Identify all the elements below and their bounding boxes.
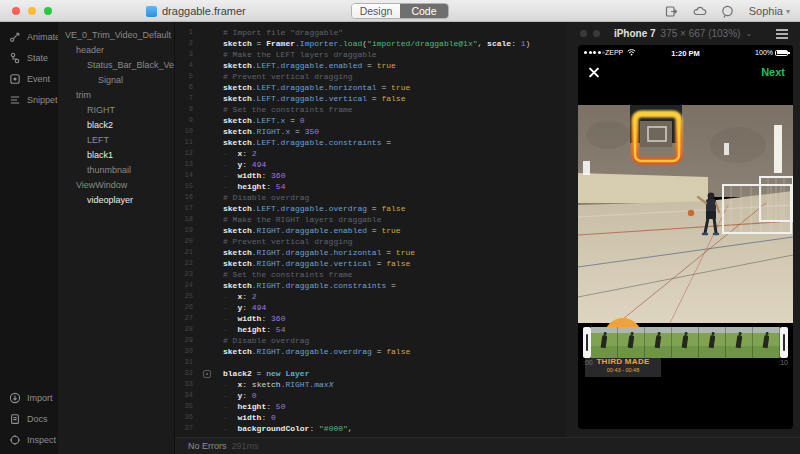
code-line-36[interactable]: 36- width: 0: [175, 412, 566, 423]
line-number: 15: [175, 181, 193, 192]
close-window-button[interactable]: [12, 7, 20, 15]
rail-item-event[interactable]: Event: [0, 68, 58, 89]
trim-handle-left[interactable]: [583, 327, 591, 358]
layer-item-videoplayer[interactable]: videoplayer: [58, 193, 174, 208]
layer-item-left[interactable]: LEFT: [58, 133, 174, 148]
close-icon[interactable]: [587, 66, 600, 79]
code-line-14[interactable]: 14- width: 360: [175, 170, 566, 181]
code-line-29[interactable]: 29# Disable overdrag: [175, 335, 566, 346]
line-number: 1: [175, 27, 193, 38]
account-menu[interactable]: Sophia ▾: [749, 5, 790, 17]
film-frame: [753, 327, 780, 358]
code-line-7[interactable]: 7sketch.LEFT.draggable.vertical = false: [175, 93, 566, 104]
layer-item-viewwindow[interactable]: ViewWindow: [58, 178, 174, 193]
layer-item-ve-0-trim-video-default[interactable]: VE_0_Trim_Video_Default: [58, 28, 174, 43]
filmstrip-frames[interactable]: [591, 327, 780, 358]
rail-item-docs[interactable]: Docs: [0, 408, 58, 429]
code-line-34[interactable]: 34- y: 0: [175, 390, 566, 401]
preview-menu-icon[interactable]: [776, 29, 788, 41]
layer-item-status-bar-black-verti-[interactable]: Status_Bar_Black_Verti…: [58, 58, 174, 73]
signal-dots-icon: [584, 51, 605, 54]
code-line-8[interactable]: 8# Set the constraints frame: [175, 104, 566, 115]
carrier-label: ZEPP: [605, 49, 623, 56]
code-line-37[interactable]: 37- backgroundColor: "#000",: [175, 423, 566, 434]
preview-header: iPhone 7 375 × 667 (103%) ⌄: [566, 22, 800, 45]
code-line-4[interactable]: 4sketch.LEFT.draggable.enabled = true: [175, 60, 566, 71]
window-controls: [12, 7, 52, 15]
feedback-icon[interactable]: [721, 4, 735, 18]
code-line-16[interactable]: 16# Disable overdrag: [175, 192, 566, 203]
code-line-27[interactable]: 27- width: 360: [175, 313, 566, 324]
rail-item-inspect[interactable]: Inspect: [0, 429, 58, 450]
preview-dot-icon[interactable]: [593, 30, 600, 37]
mirror-icon[interactable]: [665, 4, 679, 18]
code-line-13[interactable]: 13- y: 494: [175, 159, 566, 170]
video-frame[interactable]: 48S THIRD MADE 00:43 - 00:48: [578, 105, 793, 323]
zoom-window-button[interactable]: [44, 7, 52, 15]
code-line-10[interactable]: 10sketch.RIGHT.x = 350: [175, 126, 566, 137]
device-selector[interactable]: iPhone 7 375 × 667 (103%) ⌄: [614, 28, 752, 39]
code-line-20[interactable]: 20# Prevent vertical dragging: [175, 236, 566, 247]
layer-item-header[interactable]: header: [58, 43, 174, 58]
code-line-12[interactable]: 12- x: 2: [175, 148, 566, 159]
layer-item-trim[interactable]: trim: [58, 88, 174, 103]
code-line-21[interactable]: 21sketch.RIGHT.draggable.horizontal = tr…: [175, 247, 566, 258]
cloud-share-icon[interactable]: [693, 4, 707, 18]
rail-item-animate[interactable]: Animate: [0, 26, 58, 47]
code-line-33[interactable]: 33- x: sketch.RIGHT.maxX: [175, 379, 566, 390]
code-line-31[interactable]: 31: [175, 357, 566, 368]
code-line-5[interactable]: 5# Prevent vertical dragging: [175, 71, 566, 82]
device-name: iPhone 7: [614, 28, 656, 39]
code-line-1[interactable]: 1# Import file "draggable": [175, 27, 566, 38]
code-line-17[interactable]: 17sketch.LEFT.draggable.overdrag = false: [175, 203, 566, 214]
line-number: 34: [175, 390, 193, 401]
code-line-19[interactable]: 19sketch.RIGHT.draggable.enabled = true: [175, 225, 566, 236]
line-number: 21: [175, 247, 193, 258]
code-line-3[interactable]: 3# Make the LEFT layers draggable: [175, 49, 566, 60]
layer-item-right[interactable]: RIGHT: [58, 103, 174, 118]
fold-icon[interactable]: [203, 370, 211, 378]
line-number: 16: [175, 192, 193, 203]
tab-code[interactable]: Code: [400, 4, 448, 18]
line-number: 25: [175, 291, 193, 302]
code-line-11[interactable]: 11sketch.LEFT.draggable.constraints =: [175, 137, 566, 148]
code-line-22[interactable]: 22sketch.RIGHT.draggable.vertical = fals…: [175, 258, 566, 269]
compile-time: 291ms: [232, 441, 259, 451]
code-line-26[interactable]: 26- y: 494: [175, 302, 566, 313]
code-line-32[interactable]: 32black2 = new Layer: [175, 368, 566, 379]
code-line-15[interactable]: 15- height: 54: [175, 181, 566, 192]
layer-item-black1[interactable]: black1: [58, 148, 174, 163]
next-button[interactable]: Next: [761, 66, 785, 78]
code-line-23[interactable]: 23# Set the constraints frame: [175, 269, 566, 280]
film-frame: [618, 327, 645, 358]
code-line-2[interactable]: 2sketch = Framer.Importer.load("imported…: [175, 38, 566, 49]
tab-design[interactable]: Design: [352, 4, 400, 18]
rail-item-snippet[interactable]: Snippet: [0, 89, 58, 110]
basketball-scene: [578, 105, 793, 323]
layer-item-thunmbnail[interactable]: thunmbnail: [58, 163, 174, 178]
line-number: 7: [175, 93, 193, 104]
trim-handle-right[interactable]: [780, 327, 788, 358]
rail-label: State: [27, 53, 48, 63]
code-line-28[interactable]: 28- height: 54: [175, 324, 566, 335]
code-editor[interactable]: 1# Import file "draggable"2sketch = Fram…: [175, 22, 566, 437]
device-size: 375 × 667 (103%): [661, 28, 741, 39]
film-frame: [699, 327, 726, 358]
code-line-24[interactable]: 24sketch.RIGHT.draggable.constraints =: [175, 280, 566, 291]
code-line-6[interactable]: 6sketch.LEFT.draggable.horizontal = true: [175, 82, 566, 93]
minimize-window-button[interactable]: [28, 7, 36, 15]
line-number: 11: [175, 137, 193, 148]
code-line-30[interactable]: 30sketch.RIGHT.draggable.overdrag = fals…: [175, 346, 566, 357]
animate-icon: [9, 31, 21, 43]
code-line-25[interactable]: 25- x: 2: [175, 291, 566, 302]
code-line-35[interactable]: 35- height: 50: [175, 401, 566, 412]
preview-dot-icon[interactable]: [580, 30, 587, 37]
line-number: 28: [175, 324, 193, 335]
code-line-9[interactable]: 9sketch.LEFT.x = 0: [175, 115, 566, 126]
rail-item-state[interactable]: State: [0, 47, 58, 68]
layer-item-black2[interactable]: black2: [58, 118, 174, 133]
film-figure: [736, 335, 743, 349]
layer-item-signal[interactable]: Signal: [58, 73, 174, 88]
rail-item-import[interactable]: Import: [0, 387, 58, 408]
code-line-18[interactable]: 18# Make the RIGHT layers draggable: [175, 214, 566, 225]
